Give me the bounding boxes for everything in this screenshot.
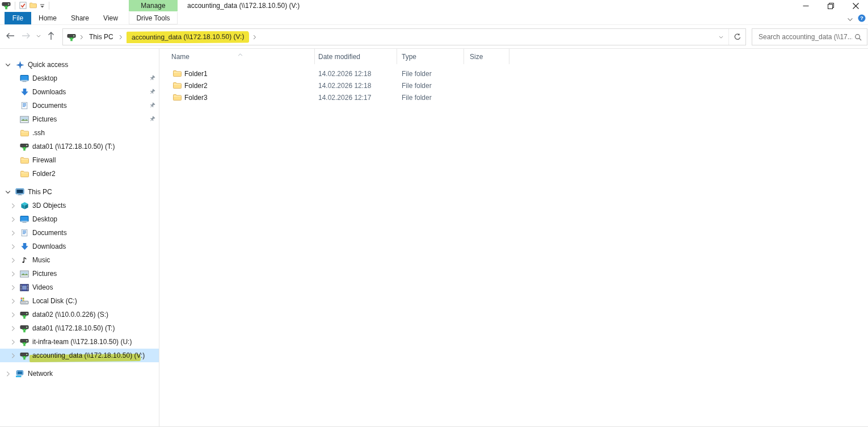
sidebar-section-quick-access: Quick accessDesktopDownloadsDocumentsPic…: [0, 58, 159, 181]
sidebar-item-label: Downloads: [32, 242, 66, 250]
minimize-button[interactable]: [793, 0, 818, 11]
sidebar-item-documents[interactable]: Documents: [0, 226, 159, 240]
file-row-folder3[interactable]: Folder314.02.2026 12:17File folder: [159, 91, 868, 103]
file-row-folder2[interactable]: Folder214.02.2026 12:18File folder: [159, 79, 868, 91]
chevron-right-icon[interactable]: [7, 298, 19, 304]
tab-drive-tools[interactable]: Drive Tools: [129, 12, 178, 24]
sidebar-item-label: Folder2: [32, 170, 56, 178]
chevron-right-icon[interactable]: [7, 271, 19, 277]
tab-view[interactable]: View: [98, 12, 124, 24]
search-box[interactable]: [752, 28, 867, 45]
column-header-type[interactable]: Type: [397, 49, 464, 64]
sidebar-item-pictures[interactable]: Pictures: [0, 267, 159, 281]
restore-button[interactable]: [818, 0, 843, 11]
objects-3d-icon: [19, 202, 30, 210]
sidebar-item-label: .ssh: [32, 129, 45, 137]
sidebar-item-label: Pictures: [32, 115, 57, 123]
chevron-right-icon[interactable]: [7, 257, 19, 263]
sidebar-item-data01-172-18-10-50-t[interactable]: data01 (\\172.18.10.50) (T:): [0, 140, 159, 153]
tab-home[interactable]: Home: [33, 12, 62, 24]
sidebar-item-data01-172-18-10-50-t[interactable]: data01 (\\172.18.10.50) (T:): [0, 321, 159, 335]
sidebar-item-music[interactable]: Music: [0, 253, 159, 267]
chevron-right-icon[interactable]: [7, 353, 19, 359]
column-header-size[interactable]: Size: [464, 49, 509, 64]
title-bar: Manage accounting_data (\\172.18.10.50) …: [0, 0, 868, 12]
chevron-right-icon[interactable]: [2, 371, 14, 377]
column-header-name[interactable]: Name: [159, 49, 315, 64]
chevron-right-icon[interactable]: [7, 203, 19, 209]
tab-share[interactable]: Share: [66, 12, 94, 24]
breadcrumb-chevron-icon[interactable]: [80, 35, 83, 40]
qat-new-folder-button[interactable]: [30, 2, 37, 9]
type-cell: File folder: [397, 82, 464, 90]
sidebar-item-label: Music: [32, 256, 50, 264]
address-bar[interactable]: This PCaccounting_data (\\172.18.10.50) …: [62, 28, 746, 45]
sidebar-item-folder2[interactable]: Folder2: [0, 167, 159, 181]
sidebar-section-this-pc: This PC3D ObjectsDesktopDocumentsDownloa…: [0, 185, 159, 362]
file-row-folder1[interactable]: Folder114.02.2026 12:18File folder: [159, 68, 868, 79]
chevron-right-icon[interactable]: [7, 325, 19, 332]
expand-ribbon-chevron-icon[interactable]: [847, 15, 853, 23]
sidebar-item-quick-access[interactable]: Quick access: [0, 58, 159, 72]
file-name-cell: Folder1: [159, 70, 315, 78]
breadcrumb-chevron-icon[interactable]: [119, 35, 123, 40]
sidebar-item-documents[interactable]: Documents: [0, 99, 159, 112]
sidebar-item-videos[interactable]: Videos: [0, 281, 159, 294]
sidebar-item-desktop[interactable]: Desktop: [0, 72, 159, 85]
contextual-tab-manage[interactable]: Manage: [129, 0, 178, 11]
breadcrumb-chevron-icon[interactable]: [253, 35, 256, 40]
chevron-right-icon[interactable]: [7, 216, 19, 223]
qat-customize-dropdown-icon[interactable]: [40, 3, 45, 8]
sidebar-item-label: Firewall: [32, 156, 56, 164]
sidebar-item-it-infra-team-172-18-10-50-u[interactable]: it-infra-team (\\172.18.10.50) (U:): [0, 335, 159, 349]
breadcrumb-item-accounting-data-172-18-10-50-v[interactable]: accounting_data (\\172.18.10.50) (V:): [127, 31, 250, 43]
qat-properties-button[interactable]: [19, 2, 27, 9]
qat-separator: [15, 2, 15, 10]
sidebar-item-data02-10-0-0-226-s[interactable]: data02 (\\10.0.0.226) (S:): [0, 308, 159, 321]
file-name-cell: Folder3: [159, 94, 315, 102]
close-button[interactable]: [843, 0, 868, 11]
window-drive-icon: [2, 1, 11, 10]
sidebar-item-firewall[interactable]: Firewall: [0, 153, 159, 167]
chevron-right-icon[interactable]: [7, 312, 19, 318]
chevron-right-icon[interactable]: [7, 230, 19, 236]
tab-file[interactable]: File: [5, 12, 31, 24]
back-button[interactable]: [6, 32, 15, 39]
search-icon: [854, 34, 867, 41]
chevron-right-icon[interactable]: [7, 284, 19, 291]
sidebar-item-local-disk-c[interactable]: Local Disk (C:): [0, 294, 159, 308]
highlighter-annotation: [30, 354, 141, 362]
ribbon-right-controls: ?: [847, 14, 866, 24]
sidebar-item-accounting-data-172-18-10-50-v[interactable]: accounting_data (\\172.18.10.50) (V:): [0, 349, 159, 362]
sidebar-item-network[interactable]: Network: [0, 367, 159, 380]
chevron-right-icon[interactable]: [7, 339, 19, 345]
sidebar-item-downloads[interactable]: Downloads: [0, 240, 159, 253]
search-input[interactable]: [752, 33, 854, 41]
refresh-icon[interactable]: [728, 29, 745, 45]
sidebar-item-this-pc[interactable]: This PC: [0, 185, 159, 199]
desktop-icon: [19, 215, 30, 223]
recent-locations-dropdown-icon[interactable]: [36, 35, 41, 37]
chevron-down-icon[interactable]: [2, 190, 14, 194]
chevron-right-icon[interactable]: [7, 244, 19, 250]
column-header-date-modified[interactable]: Date modified: [315, 49, 397, 64]
address-dropdown-icon[interactable]: [714, 29, 728, 45]
sidebar-item-pictures[interactable]: Pictures: [0, 112, 159, 126]
network-drive-icon: [19, 338, 30, 346]
music-icon: [19, 256, 30, 264]
breadcrumb-drive-icon[interactable]: [67, 33, 76, 41]
sidebar-item-3d-objects[interactable]: 3D Objects: [0, 199, 159, 212]
folder-icon: [19, 170, 30, 178]
sidebar-item-label: Local Disk (C:): [32, 297, 77, 305]
up-button[interactable]: [48, 31, 54, 40]
column-header-label: Size: [470, 53, 483, 61]
sidebar-item-ssh[interactable]: .ssh: [0, 126, 159, 140]
help-icon[interactable]: ?: [858, 14, 866, 24]
breadcrumb-item-this-pc[interactable]: This PC: [87, 32, 115, 42]
sidebar-item-desktop[interactable]: Desktop: [0, 212, 159, 226]
chevron-down-icon[interactable]: [2, 63, 14, 67]
pin-icon: [149, 89, 155, 97]
sidebar-item-downloads[interactable]: Downloads: [0, 85, 159, 99]
sidebar-item-label: Network: [28, 370, 53, 378]
column-header-label: Name: [171, 53, 189, 61]
